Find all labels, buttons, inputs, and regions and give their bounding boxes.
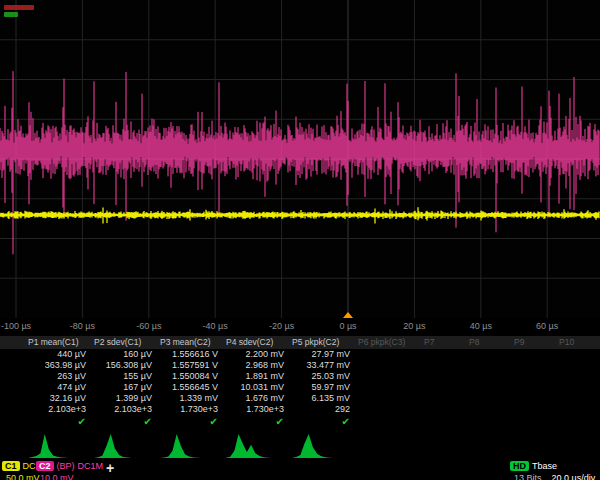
param-value bbox=[422, 349, 467, 360]
trace-C2 bbox=[0, 71, 599, 254]
table-row: 474 µV167 µV1.556645 V10.031 mV59.97 mV bbox=[0, 382, 600, 393]
param-value: 1.550084 V bbox=[158, 371, 224, 382]
table-row: 440 µV160 µV1.556616 V2.200 mV27.97 mV bbox=[0, 349, 600, 360]
param-value: 1.399 µV bbox=[92, 393, 158, 404]
param-value bbox=[422, 360, 467, 371]
table-row: ✔✔✔✔✔ bbox=[0, 415, 600, 428]
time-tick-label: 60 µs bbox=[536, 321, 558, 331]
param-status-check bbox=[467, 415, 512, 428]
time-tick-label: -80 µs bbox=[70, 321, 95, 331]
param-value bbox=[512, 404, 557, 415]
param-status-check: ✔ bbox=[290, 415, 356, 428]
param-header-4[interactable]: P4 sdev(C2) bbox=[224, 336, 290, 349]
param-value bbox=[512, 360, 557, 371]
param-value: 2.200 mV bbox=[224, 349, 290, 360]
param-value: 167 µV bbox=[92, 382, 158, 393]
param-header-7[interactable]: P7 bbox=[422, 336, 467, 349]
param-value: 1.557591 V bbox=[158, 360, 224, 371]
histicon-P4[interactable] bbox=[226, 432, 272, 458]
param-header-6[interactable]: P6 pkpk(C3) bbox=[356, 336, 422, 349]
param-header-2[interactable]: P2 sdev(C1) bbox=[92, 336, 158, 349]
param-status-check bbox=[356, 415, 422, 428]
histicon-P2[interactable] bbox=[94, 432, 140, 458]
param-status-check: ✔ bbox=[92, 415, 158, 428]
param-status-check: ✔ bbox=[158, 415, 224, 428]
param-value: 2.968 mV bbox=[224, 360, 290, 371]
param-value: 59.97 mV bbox=[290, 382, 356, 393]
timebase-scale: 20.0 µs/div bbox=[552, 473, 596, 480]
waveform-traces bbox=[0, 0, 600, 318]
param-header-8[interactable]: P8 bbox=[467, 336, 512, 349]
trigger-position-marker[interactable] bbox=[343, 312, 353, 318]
cursor-marker[interactable]: + bbox=[106, 460, 114, 476]
param-value: 1.676 mV bbox=[224, 393, 290, 404]
param-value: 1.891 mV bbox=[224, 371, 290, 382]
param-status-check bbox=[422, 415, 467, 428]
param-value bbox=[467, 360, 512, 371]
param-value bbox=[467, 382, 512, 393]
param-value: 292 bbox=[290, 404, 356, 415]
param-value: 363.98 µV bbox=[26, 360, 92, 371]
param-value bbox=[512, 349, 557, 360]
table-row: 263 µV155 µV1.550084 V1.891 mV25.03 mV bbox=[0, 371, 600, 382]
param-value: 33.477 mV bbox=[290, 360, 356, 371]
param-value: 440 µV bbox=[26, 349, 92, 360]
histicon-P3[interactable] bbox=[160, 432, 206, 458]
oscilloscope-screen: -100 µs-80 µs-60 µs-40 µs-20 µs0 µs20 µs… bbox=[0, 0, 600, 480]
param-value: 27.97 mV bbox=[290, 349, 356, 360]
param-status-check: ✔ bbox=[26, 415, 92, 428]
param-value bbox=[356, 371, 422, 382]
c2-bandwidth: (BP) bbox=[57, 461, 75, 471]
param-value bbox=[557, 371, 600, 382]
param-value bbox=[356, 382, 422, 393]
param-value bbox=[467, 349, 512, 360]
param-value: 1.730e+3 bbox=[224, 404, 290, 415]
param-value: 1.556645 V bbox=[158, 382, 224, 393]
param-value bbox=[557, 404, 600, 415]
param-header-1[interactable]: P1 mean(C1) bbox=[26, 336, 92, 349]
param-value: 160 µV bbox=[92, 349, 158, 360]
table-row: 32.16 µV1.399 µV1.339 mV1.676 mV6.135 mV bbox=[0, 393, 600, 404]
param-value: 155 µV bbox=[92, 371, 158, 382]
waveform-display[interactable] bbox=[0, 0, 600, 318]
channel-descriptor-c2[interactable]: C2(BP)DC1M 10.0 mV bbox=[36, 461, 106, 480]
param-value bbox=[356, 360, 422, 371]
histicon-P1[interactable] bbox=[28, 432, 74, 458]
param-value: 1.339 mV bbox=[158, 393, 224, 404]
time-tick-label: 20 µs bbox=[403, 321, 425, 331]
time-tick-label: -100 µs bbox=[1, 321, 31, 331]
hd-badge: HD bbox=[510, 461, 529, 471]
param-value: 1.730e+3 bbox=[158, 404, 224, 415]
param-value: 2.103e+3 bbox=[26, 404, 92, 415]
histicon-P5[interactable] bbox=[292, 432, 338, 458]
param-value: 25.03 mV bbox=[290, 371, 356, 382]
param-status-check bbox=[512, 415, 557, 428]
time-tick-label: -60 µs bbox=[136, 321, 161, 331]
timebase-descriptor[interactable]: HDTbase 13 Bits20.0 µs/div bbox=[510, 461, 595, 480]
param-value bbox=[467, 404, 512, 415]
param-header-9[interactable]: P9 bbox=[512, 336, 557, 349]
param-value bbox=[512, 371, 557, 382]
c2-badge: C2 bbox=[36, 461, 54, 471]
param-header-10[interactable]: P10 bbox=[557, 336, 600, 349]
top-left-annotation bbox=[4, 5, 34, 19]
time-tick-label: 0 µs bbox=[339, 321, 356, 331]
param-status-check: ✔ bbox=[224, 415, 290, 428]
param-header-3[interactable]: P3 mean(C2) bbox=[158, 336, 224, 349]
param-value bbox=[557, 360, 600, 371]
param-header-5[interactable]: P5 pkpk(C2) bbox=[290, 336, 356, 349]
param-value: 2.103e+3 bbox=[92, 404, 158, 415]
param-status-check bbox=[557, 415, 600, 428]
param-value: 32.16 µV bbox=[26, 393, 92, 404]
param-value: 1.556616 V bbox=[158, 349, 224, 360]
table-row: P1 mean(C1)P2 sdev(C1)P3 mean(C2)P4 sdev… bbox=[0, 336, 600, 349]
param-value bbox=[557, 349, 600, 360]
timebase-bits: 13 Bits bbox=[514, 473, 542, 480]
time-tick-label: -20 µs bbox=[269, 321, 294, 331]
timebase-label: Tbase bbox=[532, 461, 557, 471]
c2-scale: 10.0 mV bbox=[36, 473, 106, 480]
param-value bbox=[512, 382, 557, 393]
param-value bbox=[422, 371, 467, 382]
param-value: 156.308 µV bbox=[92, 360, 158, 371]
table-row: 2.103e+32.103e+31.730e+31.730e+3292 bbox=[0, 404, 600, 415]
